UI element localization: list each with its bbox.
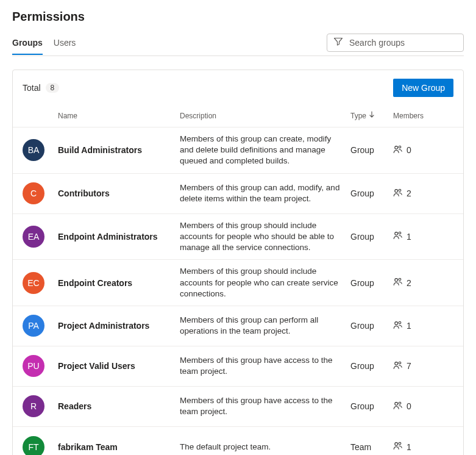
members-icon xyxy=(393,145,403,156)
group-type: Team xyxy=(350,442,393,452)
search-input[interactable] xyxy=(348,37,457,48)
svg-point-5 xyxy=(399,232,401,235)
members-count: 0 xyxy=(407,401,411,411)
avatar: EC xyxy=(23,272,44,294)
group-type: Group xyxy=(350,145,393,155)
members-count: 1 xyxy=(407,232,411,242)
members-icon xyxy=(393,401,403,412)
members-count: 7 xyxy=(407,361,411,371)
avatar: PU xyxy=(23,355,44,377)
group-description: Members of this group should include acc… xyxy=(180,220,350,254)
group-description: Members of this group can create, modify… xyxy=(180,134,350,167)
members-icon xyxy=(393,188,403,199)
members-icon xyxy=(393,441,403,453)
group-name[interactable]: fabrikam Team xyxy=(58,442,180,452)
group-type: Group xyxy=(350,361,393,371)
avatar: PA xyxy=(23,315,44,337)
members-count: 2 xyxy=(407,188,411,198)
col-type[interactable]: Type xyxy=(350,111,393,120)
group-description: Members of this group can perform all op… xyxy=(180,315,350,337)
sort-down-icon xyxy=(369,111,375,120)
group-description: Members of this group can add, modify, a… xyxy=(180,182,350,204)
card-header: Total 8 New Group xyxy=(13,70,463,104)
group-name[interactable]: Readers xyxy=(58,401,180,411)
svg-point-6 xyxy=(395,279,398,282)
table-row[interactable]: RReadersMembers of this group have acces… xyxy=(13,387,463,427)
table-row[interactable]: BABuild AdministratorsMembers of this gr… xyxy=(13,127,463,174)
svg-point-13 xyxy=(399,402,401,404)
group-members: 0 xyxy=(393,401,454,412)
table-row[interactable]: CContributorsMembers of this group can a… xyxy=(13,174,463,214)
group-name[interactable]: Project Valid Users xyxy=(58,361,180,371)
group-type: Group xyxy=(350,278,393,288)
group-description: The default project team. xyxy=(180,442,350,453)
group-members: 7 xyxy=(393,360,454,372)
group-members: 1 xyxy=(393,441,454,453)
svg-point-9 xyxy=(399,321,401,324)
svg-point-7 xyxy=(399,278,401,281)
group-type: Group xyxy=(350,188,393,198)
tab-users[interactable]: Users xyxy=(54,34,76,55)
group-members: 2 xyxy=(393,188,454,199)
members-icon xyxy=(393,360,403,372)
total-summary: Total 8 xyxy=(23,83,59,93)
total-count: 8 xyxy=(46,83,60,93)
group-type: Group xyxy=(350,401,393,411)
search-box[interactable] xyxy=(327,34,464,52)
group-name[interactable]: Project Administrators xyxy=(58,321,180,331)
page-title: Permissions xyxy=(12,10,464,24)
svg-point-2 xyxy=(395,189,398,192)
members-icon xyxy=(393,320,403,332)
members-count: 1 xyxy=(407,321,411,331)
group-members: 1 xyxy=(393,320,454,332)
svg-point-14 xyxy=(395,443,398,446)
avatar: FT xyxy=(23,436,44,455)
total-label: Total xyxy=(23,83,41,93)
svg-point-15 xyxy=(399,443,401,445)
table-row[interactable]: FTfabrikam TeamThe default project team.… xyxy=(13,427,463,455)
group-type: Group xyxy=(350,321,393,331)
group-description: Members of this group have access to the… xyxy=(180,355,350,377)
table-body: BABuild AdministratorsMembers of this gr… xyxy=(13,127,463,455)
tab-groups[interactable]: Groups xyxy=(12,34,43,55)
col-members[interactable]: Members xyxy=(393,112,454,120)
group-members: 2 xyxy=(393,277,454,288)
col-description[interactable]: Description xyxy=(180,112,350,120)
group-type: Group xyxy=(350,232,393,242)
filter-icon xyxy=(333,37,348,49)
svg-point-4 xyxy=(395,232,398,235)
svg-point-0 xyxy=(395,146,398,149)
group-description: Members of this group have access to the… xyxy=(180,395,350,417)
members-count: 0 xyxy=(407,145,411,155)
group-name[interactable]: Contributors xyxy=(58,188,180,198)
members-icon xyxy=(393,231,403,242)
group-description: Members of this group should include acc… xyxy=(180,266,350,299)
members-count: 2 xyxy=(407,278,411,288)
svg-point-1 xyxy=(399,146,401,148)
group-name[interactable]: Build Administrators xyxy=(58,145,180,155)
col-type-label: Type xyxy=(350,112,366,120)
col-name[interactable]: Name xyxy=(58,112,180,120)
table-header: Name Description Type Members xyxy=(13,104,463,127)
table-row[interactable]: PAProject AdministratorsMembers of this … xyxy=(13,306,463,346)
avatar: EA xyxy=(23,226,44,248)
avatar: R xyxy=(23,395,44,417)
table-row[interactable]: EAEndpoint AdministratorsMembers of this… xyxy=(13,214,463,260)
table-row[interactable]: PUProject Valid UsersMembers of this gro… xyxy=(13,346,463,387)
svg-point-12 xyxy=(395,403,398,406)
avatar: C xyxy=(23,182,44,204)
tabs: Groups Users xyxy=(12,34,76,55)
svg-point-8 xyxy=(395,322,398,325)
svg-point-3 xyxy=(399,189,401,192)
group-members: 0 xyxy=(393,145,454,156)
members-count: 1 xyxy=(407,442,411,452)
groups-card: Total 8 New Group Name Description Type … xyxy=(12,70,464,455)
avatar: BA xyxy=(23,139,44,161)
svg-point-10 xyxy=(395,362,398,365)
group-name[interactable]: Endpoint Creators xyxy=(58,278,180,288)
group-name[interactable]: Endpoint Administrators xyxy=(58,232,180,242)
table-row[interactable]: ECEndpoint CreatorsMembers of this group… xyxy=(13,260,463,306)
svg-point-11 xyxy=(399,362,401,364)
new-group-button[interactable]: New Group xyxy=(393,79,453,97)
group-members: 1 xyxy=(393,231,454,242)
